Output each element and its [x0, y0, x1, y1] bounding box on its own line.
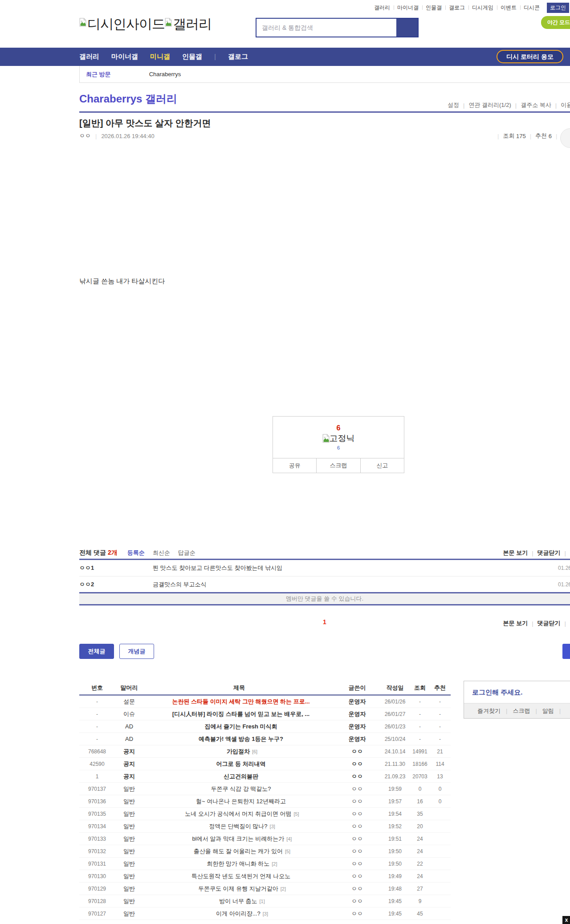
post-category[interactable]: 일반 [115, 797, 143, 805]
topbar-link[interactable]: 갤러리 [370, 3, 394, 12]
table-row[interactable]: 970132 일반 출산을 해도 잘 어울리는 캐가 있어[5] ㅇㅇ 19:5… [79, 845, 451, 858]
nav-item[interactable]: 갤로그 [214, 53, 248, 61]
post-list-writer[interactable]: ㅇㅇ [335, 860, 379, 868]
post-list-writer[interactable]: ㅇㅇ [335, 760, 379, 768]
post-list-writer[interactable]: 운영자 [335, 710, 379, 718]
sidebar-link[interactable]: 알림 [542, 707, 554, 715]
topbar-link[interactable]: 이벤트 [497, 3, 520, 12]
table-row[interactable]: 970130 일반 특산도원작 넨도 도색된거 언제 나오노 ㅇㅇ 19:49 … [79, 870, 451, 883]
post-list-title[interactable]: bl에서 알과 막대 크기는 비례하는가 [192, 835, 285, 842]
nav-item[interactable]: 인물갤 [182, 53, 202, 61]
post-list-title[interactable]: 출산을 해도 잘 어울리는 캐가 있어 [194, 848, 283, 854]
post-list-title[interactable]: 논란된 스타들 이미지 세탁 그만 해줬으면 하는 프로... [172, 698, 309, 705]
post-list-title[interactable]: 노네 오시가 공식에서 머지 취급이면 어떰 [185, 810, 291, 817]
table-row[interactable]: 42590 공지 어그로 등 처리내역 ㅇㅇ 21.11.30 18166 11… [79, 758, 451, 770]
post-list-writer[interactable]: ㅇㅇ [335, 885, 379, 893]
topbar-link[interactable]: 갤로그 [445, 3, 468, 12]
post-category[interactable]: 일반 [115, 897, 143, 905]
table-row[interactable]: 970135 일반 노네 오시가 공식에서 머지 취급이면 어떰[5] ㅇㅇ 1… [79, 808, 451, 820]
vote-action-button[interactable]: 공유 [273, 458, 316, 473]
post-list-title[interactable]: 가입절차 [227, 748, 250, 755]
topbar-link[interactable]: 마이너갤 [394, 3, 422, 12]
post-category[interactable]: 일반 [115, 822, 143, 830]
post-list-title[interactable]: 헐~ 여나온나 은퇴한지 12년째라고 [196, 798, 286, 805]
comment-scroll-button[interactable] [560, 128, 570, 148]
post-category[interactable]: 공지 [115, 773, 143, 781]
close-ad-button[interactable]: x [562, 916, 570, 924]
post-category[interactable]: 이슈 [115, 710, 143, 718]
post-list-writer[interactable]: ㅇㅇ [335, 797, 379, 805]
lottery-button[interactable]: 디시 로터리 응모 [497, 50, 563, 63]
post-list-title[interactable]: 두쫀쿠 식감 강 떡같노? [211, 785, 271, 792]
table-row[interactable]: - 이슈 [디시人터뷰] 라이징 스타를 넘어 믿고 보는 배우로, ... 운… [79, 708, 451, 720]
sidebar-link[interactable]: 즐겨찾기 [477, 707, 501, 715]
post-list-writer[interactable]: ㅇㅇ [335, 773, 379, 781]
all-posts-button[interactable]: 전체글 [79, 644, 114, 659]
post-list-title[interactable]: 방이 너무 춥노 [219, 898, 257, 904]
post-category[interactable]: 공지 [115, 748, 143, 756]
site-logo[interactable]: 디시인사이드 갤러리 [79, 15, 212, 33]
sidebar-link[interactable]: 스크랩 [513, 707, 530, 715]
gallery-link[interactable]: 이용 [561, 101, 570, 109]
table-row[interactable]: 970128 일반 방이 너무 춥노[1] ㅇㅇ 19:45 9 [79, 895, 451, 908]
gallery-link[interactable]: 설정 [448, 101, 459, 109]
post-category[interactable]: 일반 [115, 847, 143, 855]
table-row[interactable]: - AD 예측불가! 엑셀 방송 1등은 누구? 운영자 25/10/24 - … [79, 733, 451, 745]
fixed-nick-vote-button[interactable]: 고정닉 [322, 433, 355, 444]
table-row[interactable]: 970134 일반 정액은 단백질이 많나?[3] ㅇㅇ 19:52 20 [79, 820, 451, 833]
table-row[interactable]: - AD 집에서 즐기는 Fresh 미식회 운영자 26/01/23 - - [79, 720, 451, 733]
post-list-writer[interactable]: ㅇㅇ [335, 897, 379, 905]
post-writer[interactable]: ㅇㅇ [79, 132, 91, 140]
post-category[interactable]: 설문 [115, 698, 143, 706]
page-number[interactable]: 1 [79, 618, 570, 626]
search-button[interactable] [396, 19, 418, 37]
post-list-writer[interactable]: ㅇㅇ [335, 835, 379, 843]
post-category[interactable]: 일반 [115, 872, 143, 880]
post-list-writer[interactable]: 운영자 [335, 698, 379, 706]
nav-item[interactable]: 미니갤 [150, 53, 170, 61]
search-input[interactable] [256, 19, 396, 37]
comment-sort-tab[interactable]: 답글순 [178, 549, 195, 557]
view-body-link[interactable]: 본문 보기 [503, 549, 528, 557]
post-list-writer[interactable]: ㅇㅇ [335, 847, 379, 855]
post-list-title[interactable]: 예측불가! 엑셀 방송 1등은 누구? [199, 736, 283, 742]
table-row[interactable]: 970127 일반 이게 아이리쟝...?[3] ㅇㅇ 19:45 45 [79, 908, 451, 920]
topbar-link[interactable]: 인물갤 [422, 3, 445, 12]
post-category[interactable]: 일반 [115, 910, 143, 918]
post-list-writer[interactable]: ㅇㅇ [335, 785, 379, 793]
topbar-link[interactable]: 디시콘 [520, 3, 543, 12]
post-category[interactable]: 공지 [115, 760, 143, 768]
breadcrumb-gallery-name[interactable]: Charaberrys [149, 71, 181, 78]
nav-item[interactable]: 마이너갤 [111, 53, 138, 61]
comment-writer[interactable]: ㅇㅇ2 [79, 581, 153, 589]
vote-action-button[interactable]: 스크랩 [316, 458, 360, 473]
post-list-title[interactable]: 어그로 등 처리내역 [216, 760, 265, 767]
post-list-title[interactable]: 두쫀쿠도 이제 유행 지날거같아 [198, 885, 278, 892]
comment-writer[interactable]: ㅇㅇ1 [79, 564, 153, 572]
post-list-title[interactable]: 특산도원작 넨도 도색된거 언제 나오노 [191, 873, 290, 879]
post-list-writer[interactable]: 운영자 [335, 735, 379, 743]
table-row[interactable]: - 설문 논란된 스타들 이미지 세탁 그만 해줬으면 하는 프로... 운영자… [79, 695, 451, 708]
post-list-writer[interactable]: ㅇㅇ [335, 810, 379, 818]
post-list-writer[interactable]: 운영자 [335, 723, 379, 731]
post-list-title[interactable]: 희한한 망가 애니화 하노 [207, 860, 269, 867]
post-category[interactable]: 일반 [115, 860, 143, 868]
post-list-writer[interactable]: ㅇㅇ [335, 872, 379, 880]
close-comments-link[interactable]: 댓글닫기 [537, 619, 561, 627]
table-row[interactable]: 970129 일반 두쫀쿠도 이제 유행 지날거같아[2] ㅇㅇ 19:48 2… [79, 883, 451, 895]
post-list-writer[interactable]: ㅇㅇ [335, 910, 379, 918]
write-post-button[interactable] [562, 644, 570, 659]
gallery-title[interactable]: Charaberrys 갤러리 [79, 92, 177, 106]
night-mode-button[interactable]: 야간 모드 [541, 16, 570, 29]
post-category[interactable]: 일반 [115, 835, 143, 843]
post-category[interactable]: 일반 [115, 810, 143, 818]
post-list-writer[interactable]: ㅇㅇ [335, 748, 379, 756]
table-row[interactable]: 970133 일반 bl에서 알과 막대 크기는 비례하는가[4] ㅇㅇ 19:… [79, 833, 451, 845]
comment-sort-tab[interactable]: 최신순 [153, 549, 170, 557]
table-row[interactable]: 970131 일반 희한한 망가 애니화 하노[2] ㅇㅇ 19:50 22 [79, 858, 451, 870]
post-list-title[interactable]: 이게 아이리쟝...? [216, 910, 261, 917]
table-row[interactable]: 1 공지 신고건의불판 ㅇㅇ 21.09.23 20703 13 [79, 770, 451, 783]
topbar-link[interactable]: 디시게임 [468, 3, 497, 12]
nav-item[interactable]: 갤러리 [79, 53, 99, 61]
post-list-writer[interactable]: ㅇㅇ [335, 822, 379, 830]
